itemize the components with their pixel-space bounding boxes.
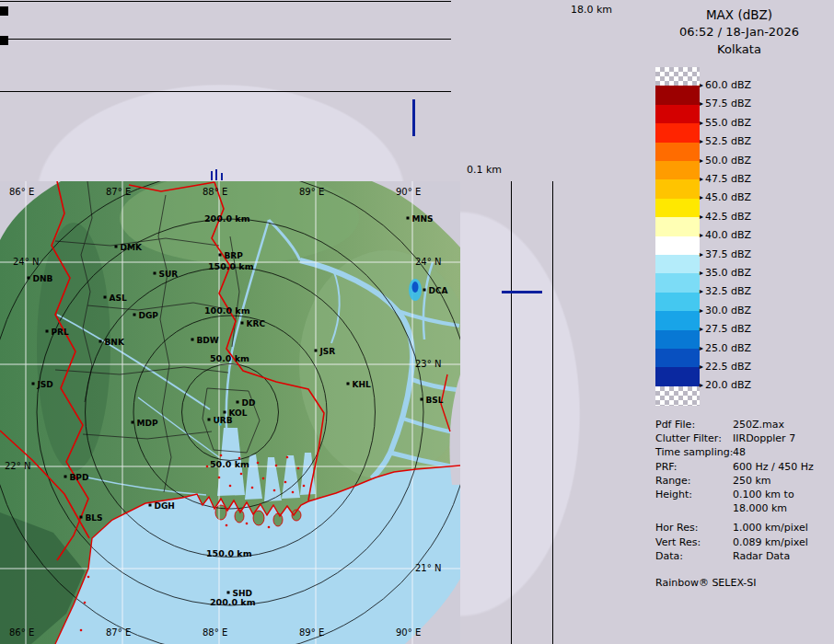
city-marker-label: BNK bbox=[105, 338, 125, 347]
city-marker-label: MNS bbox=[412, 214, 434, 224]
info-row-label: Clutter Filter: bbox=[655, 432, 722, 444]
info-row-label: Pdf File: bbox=[655, 419, 695, 431]
dbz-label: ▸47.5 dBZ bbox=[700, 173, 751, 185]
scale-arrow-icon: ▸ bbox=[700, 287, 703, 295]
dbz-band bbox=[655, 255, 700, 274]
software-brand: Rainbow® SELEX-SI bbox=[655, 577, 757, 589]
city-marker bbox=[347, 383, 350, 385]
dbz-label: ▸52.5 dBZ bbox=[700, 135, 751, 147]
scale-arrow-icon: ▸ bbox=[700, 99, 703, 108]
height-gridline bbox=[0, 1, 451, 2]
info-row-value: 600 Hz / 450 Hz bbox=[733, 461, 814, 473]
dbz-band bbox=[655, 161, 700, 180]
longitude-label: 89° E bbox=[299, 187, 324, 197]
dbz-band bbox=[655, 349, 700, 368]
range-ring-label: 150.0 km bbox=[208, 261, 254, 271]
longitude-label: 87° E bbox=[106, 627, 131, 638]
dbz-band bbox=[655, 293, 700, 312]
dbz-label: ▸57.5 dBZ bbox=[700, 98, 751, 109]
city-marker-label: JSD bbox=[37, 380, 53, 389]
longitude-label: 88° E bbox=[203, 187, 227, 197]
city-marker-label: BRP bbox=[225, 251, 244, 260]
info-row-value: 1.000 km/pixel bbox=[733, 522, 808, 534]
scale-arrow-icon: ▸ bbox=[700, 193, 703, 201]
city-marker bbox=[315, 350, 318, 352]
scale-arrow-icon: ▸ bbox=[700, 81, 703, 89]
dbz-label: ▸35.0 dBZ bbox=[700, 267, 751, 279]
longitude-label: 90° E bbox=[396, 187, 421, 197]
city-marker-label: DCA bbox=[429, 286, 448, 295]
dbz-label: ▸27.5 dBZ bbox=[700, 323, 751, 335]
info-row-value: 0.089 km/pixel bbox=[733, 536, 808, 548]
echo-projection-top bbox=[221, 173, 223, 180]
dbz-label: ▸42.5 dBZ bbox=[700, 211, 751, 223]
dbz-band bbox=[655, 311, 700, 330]
dbz-label: ▸60.0 dBZ bbox=[700, 79, 751, 91]
echo-projection-top bbox=[412, 99, 415, 136]
city-marker-label: URB bbox=[214, 416, 233, 425]
dbz-label: ▸45.0 dBZ bbox=[700, 191, 751, 203]
scale-arrow-icon: ▸ bbox=[700, 325, 703, 333]
top-height-axis-label: 18.0 km bbox=[571, 4, 612, 16]
side-height-axis-label: 0.1 km bbox=[467, 164, 502, 176]
dbz-band bbox=[655, 330, 700, 350]
longitude-label: 87° E bbox=[106, 187, 131, 197]
info-row-label: Range: bbox=[655, 475, 691, 487]
dbz-band bbox=[655, 386, 700, 406]
info-row-label: Vert Res: bbox=[655, 536, 701, 548]
dbz-band bbox=[655, 86, 700, 105]
city-marker-label: SHD bbox=[233, 589, 253, 598]
range-ring-label: 150.0 km bbox=[206, 548, 252, 558]
info-row-value: 0.100 km to bbox=[733, 489, 794, 500]
radar-map: 86° E86° E87° E87° E88° E88° E89° E89° E… bbox=[0, 181, 460, 644]
latitude-label: 21° N bbox=[415, 563, 441, 573]
info-row-value: Radar Data bbox=[733, 550, 790, 562]
dbz-label: ▸55.0 dBZ bbox=[700, 117, 751, 129]
range-ring-label: 200.0 km bbox=[204, 213, 250, 224]
city-marker-label: BPD bbox=[70, 473, 89, 482]
city-marker-label: SUR bbox=[159, 270, 179, 279]
info-row-label: Hor Res: bbox=[655, 522, 698, 534]
dbz-band bbox=[655, 217, 700, 236]
product-title: MAX (dBZ) bbox=[644, 7, 834, 22]
city-marker bbox=[219, 254, 222, 257]
range-ring-label: 50.0 km bbox=[210, 353, 249, 363]
dbz-label: ▸40.0 dBZ bbox=[700, 229, 751, 241]
longitude-label: 88° E bbox=[203, 627, 227, 638]
city-marker bbox=[99, 340, 102, 343]
range-ring-label: 50.0 km bbox=[210, 459, 249, 469]
info-row-value: 250Z.max bbox=[733, 419, 784, 431]
longitude-label: 89° E bbox=[299, 627, 324, 638]
info-row-value: 250 km bbox=[733, 475, 771, 487]
height-gridline bbox=[0, 39, 451, 40]
dbz-label: ▸20.0 dBZ bbox=[700, 379, 751, 391]
city-marker-label: KRC bbox=[247, 319, 266, 328]
info-row-label: Time sampling: bbox=[655, 446, 733, 458]
dbz-label: ▸37.5 dBZ bbox=[700, 248, 751, 260]
scale-arrow-icon: ▸ bbox=[700, 175, 703, 183]
dbz-band bbox=[655, 143, 700, 162]
scale-arrow-icon: ▸ bbox=[700, 213, 703, 221]
city-marker-label: BDW bbox=[197, 336, 219, 345]
scale-arrow-icon: ▸ bbox=[700, 381, 703, 389]
height-gridline bbox=[511, 181, 512, 644]
legend-panel: MAX (dBZ) 06:52 / 18-Jan-2026 Kolkata ▸6… bbox=[644, 0, 834, 644]
top-projection-panel bbox=[0, 0, 644, 181]
latitude-label: 22° N bbox=[5, 461, 30, 471]
radar-map-area: 86° E86° E87° E87° E88° E88° E89° E89° E… bbox=[0, 181, 460, 644]
scale-arrow-icon: ▸ bbox=[700, 119, 703, 127]
city-marker bbox=[208, 419, 211, 421]
city-marker bbox=[149, 504, 152, 507]
range-ring-label: 200.0 km bbox=[210, 597, 256, 607]
info-row-value: 48 bbox=[733, 446, 746, 458]
dbz-band bbox=[655, 179, 700, 199]
city-marker bbox=[46, 330, 49, 333]
city-marker bbox=[227, 592, 230, 594]
dbz-band bbox=[655, 105, 700, 124]
city-marker bbox=[224, 411, 226, 414]
city-marker-label: DMK bbox=[121, 243, 143, 252]
longitude-label: 86° E bbox=[9, 187, 34, 197]
city-marker-label: KHL bbox=[353, 380, 372, 389]
dbz-label: ▸50.0 dBZ bbox=[700, 155, 751, 167]
city-marker-label: DGH bbox=[155, 501, 175, 511]
